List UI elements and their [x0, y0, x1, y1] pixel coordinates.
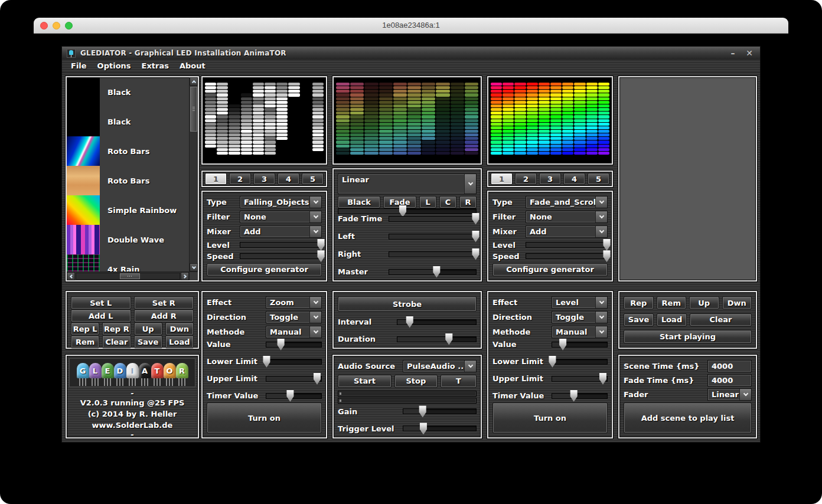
- bank-button-3[interactable]: 3: [539, 173, 561, 185]
- slider-thumb[interactable]: [405, 316, 414, 328]
- right-effect-dropdown[interactable]: Level: [552, 296, 608, 309]
- chevron-down-icon[interactable]: [309, 226, 321, 237]
- bank-button-1[interactable]: 1: [205, 173, 227, 185]
- scroll-up-button[interactable]: [190, 77, 198, 86]
- slider-thumb[interactable]: [312, 373, 321, 385]
- load-button[interactable]: Load: [165, 335, 194, 348]
- scene-time-input[interactable]: [707, 360, 752, 372]
- app-close-button[interactable]: ✕: [743, 47, 755, 59]
- right-methode-dropdown[interactable]: Manual: [552, 326, 608, 338]
- right-type-dropdown[interactable]: Fade_and_Scroll: [526, 196, 608, 208]
- chevron-down-icon[interactable]: [595, 197, 607, 208]
- left-effect-dropdown[interactable]: Zoom: [266, 296, 322, 309]
- bank-button-5[interactable]: 5: [588, 173, 609, 185]
- chevron-down-icon[interactable]: [309, 197, 321, 208]
- close-button[interactable]: [40, 22, 48, 30]
- chevron-down-icon[interactable]: [309, 312, 321, 323]
- timer-value-slider[interactable]: [266, 393, 322, 399]
- right-configure-generator-button[interactable]: Configure generator: [492, 263, 608, 276]
- up-button[interactable]: Up: [134, 322, 162, 335]
- stop-button[interactable]: Stop: [394, 375, 438, 388]
- slider-thumb[interactable]: [471, 248, 480, 260]
- left-turn-on-button[interactable]: Turn on: [207, 402, 322, 433]
- crossfade-black-button[interactable]: Black: [338, 196, 380, 208]
- save-button[interactable]: Save: [624, 313, 654, 326]
- chevron-down-icon[interactable]: [595, 211, 607, 222]
- zoom-button[interactable]: [65, 22, 73, 30]
- master-slider[interactable]: [389, 269, 477, 275]
- right-level-slider[interactable]: [526, 242, 608, 248]
- strobe-button[interactable]: Strobe: [338, 296, 477, 312]
- right-direction-dropdown[interactable]: Toggle: [552, 311, 608, 323]
- left-level-slider[interactable]: [240, 242, 322, 248]
- slider-thumb[interactable]: [418, 405, 427, 417]
- save-button[interactable]: Save: [134, 335, 162, 348]
- up-button[interactable]: Up: [689, 296, 719, 309]
- slider-thumb[interactable]: [471, 231, 480, 243]
- chevron-down-icon[interactable]: [464, 361, 476, 372]
- rep-l-button[interactable]: Rep L: [71, 322, 99, 335]
- menu-file[interactable]: File: [66, 61, 92, 70]
- scroll-right-button[interactable]: [181, 272, 189, 280]
- load-button[interactable]: Load: [657, 313, 687, 326]
- start-playing-button[interactable]: Start playing: [624, 330, 752, 343]
- fader-dropdown[interactable]: Linear: [707, 388, 752, 401]
- chevron-down-icon[interactable]: [739, 389, 751, 400]
- start-button[interactable]: Start: [338, 375, 392, 388]
- right-mixer-dropdown[interactable]: Add: [526, 225, 608, 238]
- animation-list-item[interactable]: Double Wave: [67, 225, 189, 254]
- left-filter-dropdown[interactable]: None: [240, 211, 322, 223]
- timer-value-slider[interactable]: [552, 393, 608, 399]
- minimize-button[interactable]: [53, 22, 60, 30]
- t-button[interactable]: T: [441, 375, 477, 388]
- bank-button-4[interactable]: 4: [278, 173, 299, 185]
- set-l-button[interactable]: Set L: [71, 296, 131, 309]
- bank-button-2[interactable]: 2: [515, 173, 537, 185]
- rep-button[interactable]: Rep: [624, 296, 654, 309]
- chevron-down-icon[interactable]: [595, 226, 607, 237]
- left-direction-dropdown[interactable]: Toggle: [266, 311, 322, 323]
- add-r-button[interactable]: Add R: [134, 309, 194, 322]
- chevron-down-icon[interactable]: [595, 312, 607, 323]
- animation-list-item[interactable]: Roto Bars: [67, 166, 189, 195]
- slider-thumb[interactable]: [317, 239, 325, 251]
- scroll-left-button[interactable]: [67, 272, 75, 280]
- right-speed-slider[interactable]: [526, 253, 608, 259]
- slider-thumb[interactable]: [548, 356, 557, 368]
- vertical-scroll-thumb[interactable]: [190, 87, 197, 132]
- right-turn-on-button[interactable]: Turn on: [492, 402, 608, 433]
- animation-list-item[interactable]: Black: [67, 77, 189, 107]
- crossfade-slider[interactable]: [338, 208, 477, 214]
- animation-list-item[interactable]: Simple Rainbow: [67, 195, 189, 225]
- rem-button[interactable]: Rem: [71, 335, 99, 348]
- set-r-button[interactable]: Set R: [134, 296, 194, 309]
- slider-thumb[interactable]: [276, 339, 285, 351]
- menu-options[interactable]: Options: [92, 61, 136, 70]
- rep-r-button[interactable]: Rep R: [102, 322, 131, 335]
- slider-thumb[interactable]: [598, 373, 607, 385]
- gain-slider[interactable]: [403, 408, 477, 414]
- upper-limit-slider[interactable]: [552, 376, 608, 382]
- dwn-button[interactable]: Dwn: [165, 322, 194, 335]
- chevron-down-icon[interactable]: [464, 174, 476, 194]
- slider-thumb[interactable]: [445, 333, 454, 345]
- bank-button-1[interactable]: 1: [491, 173, 513, 185]
- dwn-button[interactable]: Dwn: [722, 296, 752, 309]
- slider-thumb[interactable]: [317, 250, 325, 262]
- horizontal-scroll-track[interactable]: [76, 273, 180, 280]
- slider-thumb[interactable]: [602, 239, 611, 251]
- crossfade-c-button[interactable]: C: [439, 196, 456, 208]
- lower-limit-slider[interactable]: [266, 359, 322, 365]
- animation-list-item[interactable]: 4x Rain: [67, 254, 189, 271]
- left-slider[interactable]: [389, 234, 477, 240]
- bank-button-3[interactable]: 3: [253, 173, 275, 185]
- slider-thumb[interactable]: [602, 250, 611, 262]
- chevron-down-icon[interactable]: [309, 211, 321, 222]
- app-minimize-button[interactable]: –: [727, 47, 739, 59]
- animation-list-item[interactable]: Roto Bars: [67, 136, 189, 166]
- upper-limit-slider[interactable]: [266, 376, 322, 382]
- trigger-level-slider[interactable]: [403, 426, 477, 431]
- clear-button[interactable]: Clear: [690, 313, 752, 326]
- lower-limit-slider[interactable]: [552, 359, 608, 365]
- horizontal-scroll-thumb[interactable]: [120, 273, 140, 279]
